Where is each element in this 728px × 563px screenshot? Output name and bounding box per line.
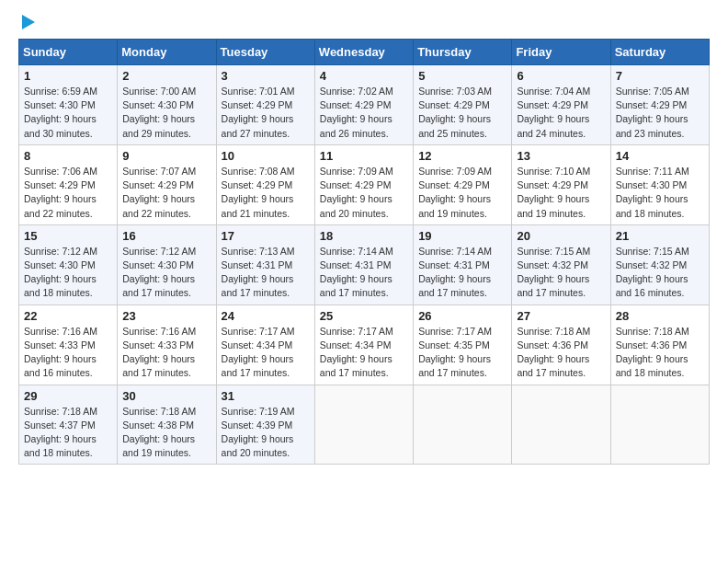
calendar-cell: 5Sunrise: 7:03 AMSunset: 4:29 PMDaylight…: [414, 65, 512, 145]
day-info: Sunrise: 7:18 AMSunset: 4:37 PMDaylight:…: [24, 405, 112, 461]
day-info: Sunrise: 7:10 AMSunset: 4:29 PMDaylight:…: [517, 165, 605, 221]
day-info: Sunrise: 7:09 AMSunset: 4:29 PMDaylight:…: [418, 165, 506, 221]
day-header-sunday: Sunday: [19, 40, 118, 65]
calendar-cell: 7Sunrise: 7:05 AMSunset: 4:29 PMDaylight…: [610, 65, 709, 145]
calendar-cell: 23Sunrise: 7:16 AMSunset: 4:33 PMDayligh…: [118, 304, 216, 385]
day-number: 2: [122, 69, 210, 83]
day-number: 9: [122, 149, 210, 163]
calendar-week-row: 1Sunrise: 6:59 AMSunset: 4:30 PMDaylight…: [19, 65, 710, 145]
calendar-cell: 11Sunrise: 7:09 AMSunset: 4:29 PMDayligh…: [314, 144, 413, 224]
day-number: 12: [418, 149, 506, 163]
day-info: Sunrise: 7:16 AMSunset: 4:33 PMDaylight:…: [122, 325, 210, 381]
calendar-cell: 8Sunrise: 7:06 AMSunset: 4:29 PMDaylight…: [19, 144, 118, 224]
day-info: Sunrise: 7:02 AMSunset: 4:29 PMDaylight:…: [320, 85, 408, 141]
calendar-cell: 21Sunrise: 7:15 AMSunset: 4:32 PMDayligh…: [610, 224, 709, 304]
calendar-cell: 2Sunrise: 7:00 AMSunset: 4:30 PMDaylight…: [118, 65, 216, 145]
day-info: Sunrise: 7:17 AMSunset: 4:34 PMDaylight:…: [320, 325, 408, 381]
day-info: Sunrise: 7:18 AMSunset: 4:38 PMDaylight:…: [122, 405, 210, 461]
day-number: 17: [222, 229, 310, 243]
day-info: Sunrise: 7:19 AMSunset: 4:39 PMDaylight:…: [222, 405, 310, 461]
day-number: 4: [320, 69, 408, 83]
day-number: 15: [24, 229, 112, 243]
calendar-cell: 27Sunrise: 7:18 AMSunset: 4:36 PMDayligh…: [512, 304, 610, 385]
calendar-body: 1Sunrise: 6:59 AMSunset: 4:30 PMDaylight…: [19, 65, 710, 465]
day-info: Sunrise: 7:05 AMSunset: 4:29 PMDaylight:…: [616, 85, 704, 141]
day-number: 11: [320, 149, 408, 163]
day-number: 19: [418, 229, 506, 243]
day-info: Sunrise: 7:14 AMSunset: 4:31 PMDaylight:…: [418, 245, 506, 301]
calendar-cell: 16Sunrise: 7:12 AMSunset: 4:30 PMDayligh…: [118, 224, 216, 304]
calendar-cell: 1Sunrise: 6:59 AMSunset: 4:30 PMDaylight…: [19, 65, 118, 145]
calendar-cell: [610, 385, 709, 465]
day-number: 23: [122, 309, 210, 323]
day-info: Sunrise: 7:15 AMSunset: 4:32 PMDaylight:…: [517, 245, 605, 301]
calendar-cell: [414, 385, 512, 465]
calendar-cell: 13Sunrise: 7:10 AMSunset: 4:29 PMDayligh…: [512, 144, 610, 224]
day-header-monday: Monday: [118, 40, 216, 65]
calendar-cell: 3Sunrise: 7:01 AMSunset: 4:29 PMDaylight…: [216, 65, 314, 145]
day-number: 7: [616, 69, 704, 83]
calendar-cell: 18Sunrise: 7:14 AMSunset: 4:31 PMDayligh…: [314, 224, 413, 304]
calendar-cell: 19Sunrise: 7:14 AMSunset: 4:31 PMDayligh…: [414, 224, 512, 304]
calendar-cell: 15Sunrise: 7:12 AMSunset: 4:30 PMDayligh…: [19, 224, 118, 304]
day-number: 10: [222, 149, 310, 163]
day-number: 24: [222, 309, 310, 323]
calendar-cell: 14Sunrise: 7:11 AMSunset: 4:30 PMDayligh…: [610, 144, 709, 224]
calendar-cell: 6Sunrise: 7:04 AMSunset: 4:29 PMDaylight…: [512, 65, 610, 145]
day-info: Sunrise: 7:17 AMSunset: 4:34 PMDaylight:…: [222, 325, 310, 381]
day-number: 21: [616, 229, 704, 243]
day-info: Sunrise: 7:03 AMSunset: 4:29 PMDaylight:…: [418, 85, 506, 141]
calendar-cell: [512, 385, 610, 465]
calendar-cell: 26Sunrise: 7:17 AMSunset: 4:35 PMDayligh…: [414, 304, 512, 385]
calendar-cell: 12Sunrise: 7:09 AMSunset: 4:29 PMDayligh…: [414, 144, 512, 224]
calendar-week-row: 8Sunrise: 7:06 AMSunset: 4:29 PMDaylight…: [19, 144, 710, 224]
page-header: [18, 15, 710, 31]
day-info: Sunrise: 7:04 AMSunset: 4:29 PMDaylight:…: [517, 85, 605, 141]
day-info: Sunrise: 7:06 AMSunset: 4:29 PMDaylight:…: [24, 165, 112, 221]
day-number: 31: [222, 389, 310, 403]
day-info: Sunrise: 7:18 AMSunset: 4:36 PMDaylight:…: [517, 325, 605, 381]
day-number: 20: [517, 229, 605, 243]
calendar-week-row: 15Sunrise: 7:12 AMSunset: 4:30 PMDayligh…: [19, 224, 710, 304]
calendar-table: SundayMondayTuesdayWednesdayThursdayFrid…: [18, 39, 710, 465]
day-number: 26: [418, 309, 506, 323]
day-info: Sunrise: 7:12 AMSunset: 4:30 PMDaylight:…: [24, 245, 112, 301]
day-info: Sunrise: 7:17 AMSunset: 4:35 PMDaylight:…: [418, 325, 506, 381]
day-info: Sunrise: 7:00 AMSunset: 4:30 PMDaylight:…: [122, 85, 210, 141]
logo: [18, 15, 37, 31]
svg-marker-0: [22, 15, 35, 29]
day-info: Sunrise: 7:15 AMSunset: 4:32 PMDaylight:…: [616, 245, 704, 301]
day-number: 3: [222, 69, 310, 83]
day-number: 13: [517, 149, 605, 163]
day-info: Sunrise: 7:13 AMSunset: 4:31 PMDaylight:…: [222, 245, 310, 301]
calendar-cell: 20Sunrise: 7:15 AMSunset: 4:32 PMDayligh…: [512, 224, 610, 304]
day-number: 18: [320, 229, 408, 243]
calendar-cell: 17Sunrise: 7:13 AMSunset: 4:31 PMDayligh…: [216, 224, 314, 304]
calendar-cell: 4Sunrise: 7:02 AMSunset: 4:29 PMDaylight…: [314, 65, 413, 145]
calendar-cell: 28Sunrise: 7:18 AMSunset: 4:36 PMDayligh…: [610, 304, 709, 385]
day-header-wednesday: Wednesday: [314, 40, 413, 65]
logo-arrow-icon: [20, 15, 37, 31]
calendar-cell: 9Sunrise: 7:07 AMSunset: 4:29 PMDaylight…: [118, 144, 216, 224]
calendar-cell: 25Sunrise: 7:17 AMSunset: 4:34 PMDayligh…: [314, 304, 413, 385]
day-info: Sunrise: 6:59 AMSunset: 4:30 PMDaylight:…: [24, 85, 112, 141]
day-info: Sunrise: 7:07 AMSunset: 4:29 PMDaylight:…: [122, 165, 210, 221]
calendar-cell: 29Sunrise: 7:18 AMSunset: 4:37 PMDayligh…: [19, 385, 118, 465]
day-number: 30: [122, 389, 210, 403]
day-info: Sunrise: 7:11 AMSunset: 4:30 PMDaylight:…: [616, 165, 704, 221]
day-info: Sunrise: 7:16 AMSunset: 4:33 PMDaylight:…: [24, 325, 112, 381]
calendar-week-row: 29Sunrise: 7:18 AMSunset: 4:37 PMDayligh…: [19, 385, 710, 465]
day-header-saturday: Saturday: [610, 40, 709, 65]
day-number: 28: [616, 309, 704, 323]
day-info: Sunrise: 7:01 AMSunset: 4:29 PMDaylight:…: [222, 85, 310, 141]
day-number: 27: [517, 309, 605, 323]
calendar-cell: [314, 385, 413, 465]
calendar-week-row: 22Sunrise: 7:16 AMSunset: 4:33 PMDayligh…: [19, 304, 710, 385]
day-info: Sunrise: 7:14 AMSunset: 4:31 PMDaylight:…: [320, 245, 408, 301]
calendar-cell: 22Sunrise: 7:16 AMSunset: 4:33 PMDayligh…: [19, 304, 118, 385]
day-info: Sunrise: 7:08 AMSunset: 4:29 PMDaylight:…: [222, 165, 310, 221]
calendar-cell: 24Sunrise: 7:17 AMSunset: 4:34 PMDayligh…: [216, 304, 314, 385]
day-number: 1: [24, 69, 112, 83]
day-number: 5: [418, 69, 506, 83]
calendar-header-row: SundayMondayTuesdayWednesdayThursdayFrid…: [19, 40, 710, 65]
